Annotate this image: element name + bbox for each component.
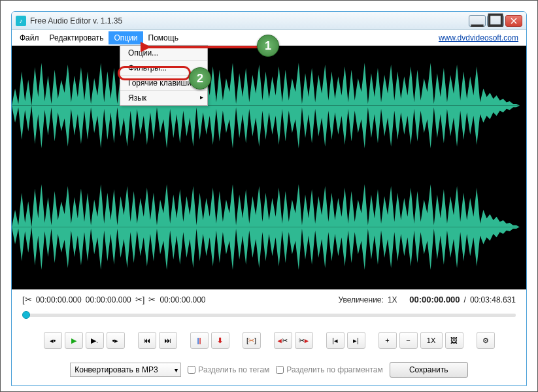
toolbar: ◂• ▶ ▶. •▸ ⏮ ⏭ || ⬇ [✂] ◂✂ ✂▸ |◂ ▸| + bbox=[22, 328, 516, 353]
selection-start: 00:00:00.000 bbox=[36, 295, 82, 304]
annotation-badge-1: 1 bbox=[257, 35, 279, 57]
format-combo[interactable]: Конвертировать в MP3 bbox=[70, 363, 181, 377]
scissors-cursor-icon: ✂ bbox=[148, 295, 156, 304]
zoom-in-button[interactable]: + bbox=[378, 332, 397, 349]
skip-prev-button[interactable]: ⏮ bbox=[138, 332, 156, 349]
time-separator: / bbox=[464, 295, 466, 304]
trim-end-button[interactable]: ✂▸ bbox=[295, 332, 313, 349]
play-button[interactable]: ▶ bbox=[65, 332, 83, 349]
site-link[interactable]: www.dvdvideosoft.com bbox=[439, 33, 518, 42]
format-label: Конвертировать в MP3 bbox=[75, 365, 158, 374]
split-tags-label: Разделить по тегам bbox=[198, 365, 269, 374]
zoom-label: Увеличение: bbox=[338, 295, 383, 304]
marker-blue-button[interactable]: || bbox=[190, 332, 209, 349]
image-button[interactable]: 🖼 bbox=[445, 332, 463, 349]
marker-red-button[interactable]: ⬇ bbox=[211, 332, 229, 349]
zoom-out-button[interactable]: − bbox=[399, 332, 418, 349]
dropdown-language-label: Язык bbox=[128, 93, 146, 103]
settings-button[interactable]: ⚙ bbox=[477, 332, 495, 349]
skip-next-button[interactable]: ⏭ bbox=[159, 332, 177, 349]
annotation-arrow bbox=[141, 37, 271, 57]
split-fragments-checkbox[interactable]: Разделить по фрагментам bbox=[276, 365, 382, 374]
menu-file[interactable]: Файл bbox=[14, 31, 44, 44]
maximize-button[interactable] bbox=[487, 15, 504, 27]
zoom-value: 1X bbox=[388, 295, 397, 304]
total-time: 00:03:48.631 bbox=[470, 295, 516, 304]
go-start-button[interactable]: |◂ bbox=[326, 332, 345, 349]
dropdown-language[interactable]: Язык ▸ bbox=[120, 91, 207, 105]
save-button[interactable]: Сохранить bbox=[390, 362, 468, 378]
close-button[interactable] bbox=[505, 15, 522, 27]
zoom-reset-button[interactable]: 1X bbox=[420, 332, 443, 349]
waveform-display[interactable] bbox=[12, 46, 526, 289]
slider-thumb[interactable] bbox=[22, 311, 30, 319]
selection-end: 00:00:00.000 bbox=[86, 295, 131, 304]
split-tags-checkbox[interactable]: Разделить по тегам bbox=[188, 365, 269, 374]
svg-rect-4 bbox=[12, 46, 526, 289]
split-fragments-input[interactable] bbox=[276, 366, 284, 374]
trim-start-button[interactable]: ◂✂ bbox=[274, 332, 292, 349]
split-fragments-label: Разделить по фрагментам bbox=[286, 365, 382, 374]
scissors-close-icon: ✂] bbox=[135, 295, 145, 304]
cut-button[interactable]: [✂] bbox=[243, 332, 261, 349]
window-title: Free Audio Editor v. 1.1.35 bbox=[30, 16, 469, 25]
annotation-badge-2: 2 bbox=[189, 67, 211, 90]
play-selection-button[interactable]: ▶. bbox=[86, 332, 104, 349]
app-icon: ♪ bbox=[16, 16, 26, 26]
current-time: 00:00:00.000 bbox=[409, 295, 460, 304]
forward-end-button[interactable]: •▸ bbox=[107, 332, 125, 349]
go-end-button[interactable]: ▸| bbox=[347, 332, 365, 349]
titlebar: ♪ Free Audio Editor v. 1.1.35 bbox=[12, 12, 526, 30]
menu-edit[interactable]: Редактировать bbox=[44, 31, 109, 44]
rewind-start-button[interactable]: ◂• bbox=[44, 332, 62, 349]
cursor-position: 00:00:00.000 bbox=[160, 295, 205, 304]
chevron-right-icon: ▸ bbox=[200, 93, 203, 101]
split-tags-input[interactable] bbox=[188, 366, 195, 374]
menu-options[interactable]: Опции bbox=[109, 31, 143, 44]
scissors-icon: [✂ bbox=[22, 295, 32, 304]
svg-rect-1 bbox=[489, 14, 501, 25]
minimize-button[interactable] bbox=[469, 15, 486, 27]
position-slider[interactable] bbox=[22, 311, 516, 319]
